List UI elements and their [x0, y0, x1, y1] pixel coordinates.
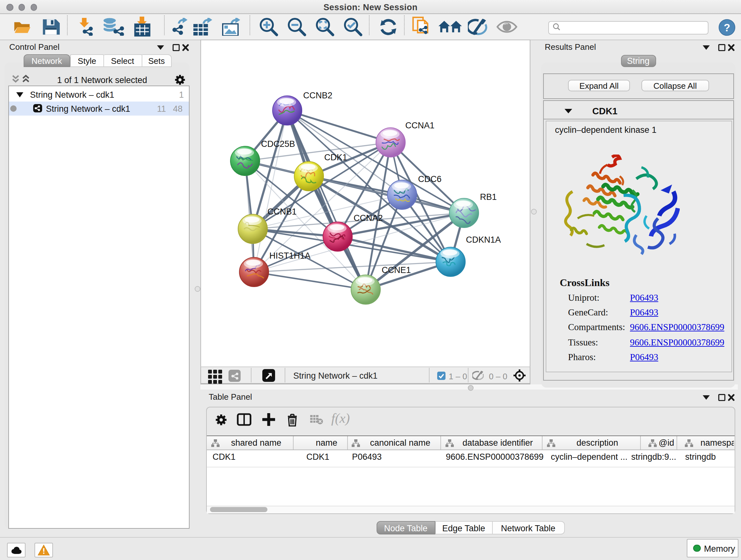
svg-text:CCNA2: CCNA2: [354, 213, 383, 223]
svg-text:RB1: RB1: [480, 192, 497, 202]
svg-text:CDC6: CDC6: [418, 174, 442, 184]
svg-text:CCNB1: CCNB1: [267, 207, 297, 216]
svg-text:CDKN1A: CDKN1A: [466, 235, 501, 245]
svg-text:CCNA1: CCNA1: [405, 121, 434, 130]
svg-text:HIST1H1A: HIST1H1A: [269, 251, 311, 260]
svg-text:CCNE1: CCNE1: [382, 265, 411, 275]
svg-text:CDK1: CDK1: [324, 152, 347, 162]
svg-text:CCNB2: CCNB2: [303, 91, 333, 100]
svg-text:CDC25B: CDC25B: [261, 139, 295, 149]
